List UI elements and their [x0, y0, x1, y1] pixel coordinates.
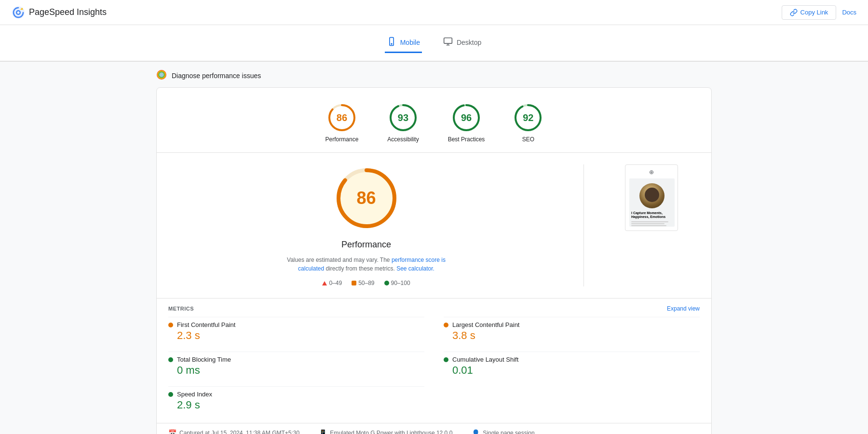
pass-label: 90–100 — [391, 280, 410, 286]
session-text: Single page session — [483, 430, 534, 434]
warn-label: 50–89 — [358, 280, 374, 286]
calculator-link[interactable]: See calculator. — [396, 265, 434, 272]
legend-pass: 90–100 — [384, 280, 410, 286]
big-performance-score: 86 — [356, 188, 376, 208]
header-actions: Copy Link Docs — [782, 5, 856, 20]
tab-group: Mobile Desktop — [0, 25, 868, 61]
diagnose-icon — [156, 69, 167, 81]
seo-score: 92 — [523, 112, 533, 123]
metrics-label: METRICS — [168, 306, 194, 312]
screenshot-panel: ⊕ I Capture Moments, Happiness, Emotions — [603, 164, 700, 286]
body-line-1 — [631, 221, 668, 222]
scores-card: 86 Performance 93 Accessibility — [156, 87, 712, 434]
screenshot-box: ⊕ I Capture Moments, Happiness, Emotions — [625, 164, 678, 231]
footer-bar: 📅 Captured at Jul 15, 2024, 11:38 AM GMT… — [157, 423, 711, 434]
device-text: Emulated Moto G Power with Lighthouse 12… — [330, 430, 452, 434]
pagespeed-logo — [12, 6, 25, 19]
screenshot-headline: I Capture Moments, Happiness, Emotions — [631, 211, 673, 219]
metric-lcp: Largest Contentful Paint 3.8 s — [444, 317, 700, 346]
screenshot-icon-row: ⊕ — [629, 169, 674, 176]
svg-point-7 — [159, 72, 164, 77]
svg-rect-5 — [444, 38, 452, 44]
score-legend: 0–49 50–89 90–100 — [322, 280, 410, 286]
docs-button[interactable]: Docs — [842, 9, 856, 16]
screenshot-text-area: I Capture Moments, Happiness, Emotions — [629, 208, 675, 227]
fcp-value: 2.3 s — [177, 329, 424, 342]
logo: PageSpeed Insights — [12, 6, 107, 19]
main-content: Diagnose performance issues 86 Performan… — [145, 62, 723, 434]
svg-point-4 — [391, 43, 392, 44]
diagnose-label: Diagnose performance issues — [172, 72, 261, 80]
fcp-dot — [168, 323, 173, 327]
fail-label: 0–49 — [329, 280, 342, 286]
score-accessibility[interactable]: 93 Accessibility — [387, 103, 419, 143]
metric-tbt: Total Blocking Time 0 ms — [168, 352, 424, 380]
tabs-bar: Mobile Desktop — [0, 25, 868, 62]
tbt-value: 0 ms — [177, 364, 424, 377]
scores-row: 86 Performance 93 Accessibility — [157, 99, 711, 153]
tbt-name: Total Blocking Time — [177, 356, 231, 363]
si-dot — [168, 392, 173, 397]
person-icon: 👤 — [472, 429, 480, 434]
performance-score: 86 — [337, 112, 347, 123]
screenshot-body — [631, 221, 673, 227]
metrics-section: METRICS Expand view First Contentful Pai… — [157, 298, 711, 423]
fcp-name: First Contentful Paint — [177, 321, 235, 328]
copy-link-button[interactable]: Copy Link — [782, 5, 837, 20]
best-practices-circle: 96 — [452, 103, 481, 132]
score-seo[interactable]: 92 SEO — [514, 103, 542, 143]
app-title: PageSpeed Insights — [29, 7, 107, 17]
device-icon: 📱 — [319, 429, 327, 434]
session-info: 👤 Single page session — [472, 429, 534, 434]
tab-mobile[interactable]: Mobile — [385, 33, 422, 53]
header: PageSpeed Insights Copy Link Docs — [0, 0, 868, 25]
cls-value: 0.01 — [452, 364, 700, 377]
score-performance[interactable]: 86 Performance — [326, 103, 359, 143]
screenshot-search-icon: ⊕ — [649, 169, 654, 176]
lcp-name: Largest Contentful Paint — [452, 321, 519, 328]
si-name: Speed Index — [177, 391, 212, 398]
lcp-value: 3.8 s — [452, 329, 700, 342]
tab-desktop[interactable]: Desktop — [441, 33, 483, 53]
lcp-dot — [444, 323, 448, 327]
screenshot-face — [645, 188, 659, 202]
screenshot-person — [639, 183, 665, 208]
warn-icon — [352, 281, 356, 285]
legend-fail: 0–49 — [322, 280, 342, 286]
performance-label: Performance — [326, 136, 359, 143]
device-info: 📱 Emulated Moto G Power with Lighthouse … — [319, 429, 452, 434]
expand-view-button[interactable]: Expand view — [667, 305, 700, 312]
pass-icon — [384, 281, 389, 285]
si-name-row: Speed Index — [168, 391, 424, 398]
section-divider — [583, 164, 584, 286]
metric-fcp: First Contentful Paint 2.3 s — [168, 317, 424, 346]
performance-circle: 86 — [327, 103, 356, 132]
performance-description: Values are estimated and may vary. The p… — [285, 256, 448, 273]
cls-dot — [444, 357, 448, 362]
metrics-header: METRICS Expand view — [168, 298, 700, 317]
capture-time: 📅 Captured at Jul 15, 2024, 11:38 AM GMT… — [168, 429, 299, 434]
performance-title: Performance — [341, 240, 391, 250]
fail-icon — [322, 281, 327, 285]
si-value: 2.9 s — [177, 399, 424, 411]
body-line-3 — [631, 225, 666, 226]
performance-section: 86 Performance Values are estimated and … — [157, 153, 711, 298]
tab-desktop-label: Desktop — [457, 39, 481, 46]
seo-circle: 92 — [514, 103, 542, 132]
performance-detail: 86 Performance Values are estimated and … — [168, 164, 564, 286]
metrics-grid: First Contentful Paint 2.3 s Largest Con… — [168, 317, 700, 415]
screenshot-preview: I Capture Moments, Happiness, Emotions — [629, 178, 675, 227]
mobile-icon — [387, 37, 396, 48]
cls-name-row: Cumulative Layout Shift — [444, 356, 700, 363]
best-practices-label: Best Practices — [448, 136, 485, 143]
legend-warn: 50–89 — [352, 280, 374, 286]
lcp-name-row: Largest Contentful Paint — [444, 321, 700, 328]
svg-point-2 — [17, 11, 20, 14]
tab-mobile-label: Mobile — [400, 39, 420, 46]
calendar-icon: 📅 — [168, 429, 176, 434]
link-icon — [790, 9, 798, 16]
score-best-practices[interactable]: 96 Best Practices — [448, 103, 485, 143]
tbt-name-row: Total Blocking Time — [168, 356, 424, 363]
fcp-name-row: First Contentful Paint — [168, 321, 424, 328]
capture-time-text: Captured at Jul 15, 2024, 11:38 AM GMT+5… — [179, 430, 299, 434]
